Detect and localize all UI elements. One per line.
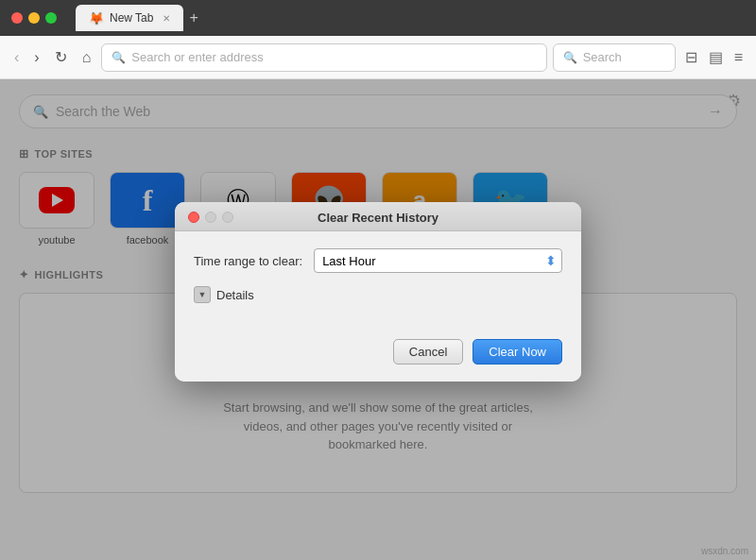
tab-close-icon[interactable]: ✕ <box>163 13 170 24</box>
dialog-buttons: Cancel Clear Now <box>175 339 581 382</box>
address-placeholder: Search or enter address <box>131 50 263 64</box>
minimize-traffic-light[interactable] <box>28 12 40 24</box>
time-range-row: Time range to clear: Last Hour Last Two … <box>194 248 562 273</box>
bookmarks-icon[interactable]: ⊟ <box>681 44 701 70</box>
dialog-maximize-button[interactable] <box>222 212 233 223</box>
reload-button[interactable]: ↻ <box>50 44 72 70</box>
back-button[interactable]: ‹ <box>9 45 24 70</box>
dialog-titlebar: Clear Recent History <box>175 202 581 231</box>
tab-bar: 🦊 New Tab ✕ + <box>76 5 745 31</box>
cancel-button[interactable]: Cancel <box>393 339 463 365</box>
traffic-lights <box>11 12 57 24</box>
details-label: Details <box>216 288 254 302</box>
search-icon-nav: 🔍 <box>563 51 577 64</box>
dialog-minimize-button[interactable] <box>205 212 216 223</box>
new-tab[interactable]: 🦊 New Tab ✕ <box>76 5 183 31</box>
dialog-title: Clear Recent History <box>318 211 438 225</box>
home-button[interactable]: ⌂ <box>77 45 96 70</box>
clear-history-dialog: Clear Recent History Time range to clear… <box>175 202 581 382</box>
menu-icon[interactable]: ≡ <box>730 45 747 70</box>
dialog-traffic-lights <box>188 212 233 223</box>
dialog-close-button[interactable] <box>188 212 199 223</box>
details-chevron-icon[interactable]: ▼ <box>194 286 211 303</box>
dialog-body: Time range to clear: Last Hour Last Two … <box>175 231 581 339</box>
search-label: Search <box>583 50 622 64</box>
search-bar[interactable]: 🔍 Search <box>553 43 676 72</box>
navbar: ‹ › ↻ ⌂ 🔍 Search or enter address 🔍 Sear… <box>0 36 756 79</box>
time-range-select[interactable]: Last Hour Last Two Hours Last Four Hours… <box>314 248 562 273</box>
time-range-label: Time range to clear: <box>194 254 302 268</box>
nav-icons: ⊟ ▤ ≡ <box>681 44 747 70</box>
tab-label: New Tab <box>110 11 153 25</box>
titlebar: 🦊 New Tab ✕ + <box>0 0 756 36</box>
time-range-select-wrapper[interactable]: Last Hour Last Two Hours Last Four Hours… <box>314 248 562 273</box>
clear-now-button[interactable]: Clear Now <box>472 339 562 365</box>
firefox-favicon: 🦊 <box>89 11 104 25</box>
reading-mode-icon[interactable]: ▤ <box>705 44 727 70</box>
forward-button[interactable]: › <box>29 45 43 70</box>
address-bar[interactable]: 🔍 Search or enter address <box>101 43 546 72</box>
maximize-traffic-light[interactable] <box>45 12 57 24</box>
search-icon: 🔍 <box>112 51 126 64</box>
details-row: ▼ Details <box>194 286 562 303</box>
new-tab-button[interactable]: + <box>189 9 198 26</box>
main-content: ⚙ 🔍 Search the Web → ⊞ TOP SITES youtube… <box>0 79 756 560</box>
close-traffic-light[interactable] <box>11 12 23 24</box>
